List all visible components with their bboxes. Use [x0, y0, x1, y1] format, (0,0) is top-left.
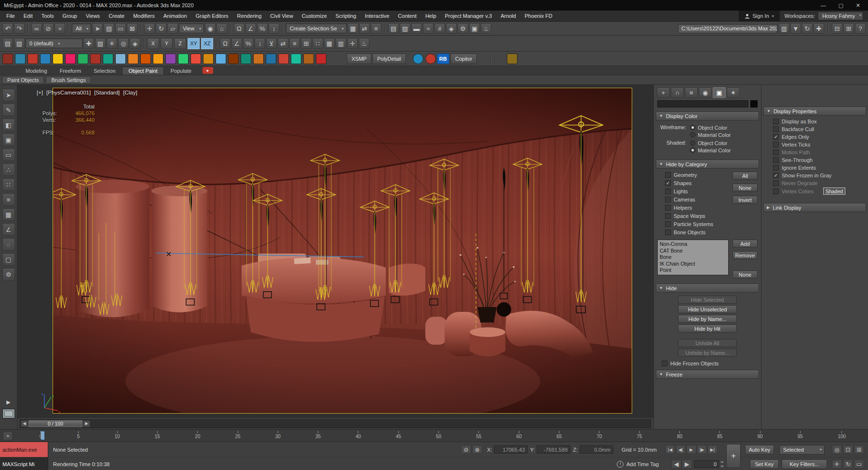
spinner-snap-2-icon[interactable]: ↕	[255, 38, 265, 49]
time-slider-handle[interactable]: 0 / 100	[28, 420, 82, 427]
select-object-icon[interactable]: ➤	[92, 23, 103, 34]
plugin-icon[interactable]	[241, 54, 251, 64]
key-filters-button[interactable]: Key Filters...	[782, 459, 827, 469]
select-objects-in-layer-icon[interactable]: ✳	[107, 38, 117, 49]
plugin-icon[interactable]	[103, 54, 113, 64]
wireframe-color-radio[interactable]: Material Color	[690, 131, 731, 138]
hide-by-name-button[interactable]: Hide by Name...	[678, 315, 737, 323]
curve-editor-icon[interactable]: ≈	[423, 23, 434, 34]
menu-modifiers[interactable]: Modifiers	[129, 11, 159, 21]
plugin-icon[interactable]	[90, 54, 101, 64]
display-color-rollout-header[interactable]: ▼ Display Color	[656, 111, 759, 121]
isolate-selection-toggle-icon[interactable]: ◎	[832, 445, 842, 454]
select-and-rotate-icon[interactable]: ↻	[156, 23, 166, 34]
close-button[interactable]: ✕	[856, 2, 860, 9]
rb-plugin-badge[interactable]: RB	[437, 54, 449, 64]
orbit-view-icon[interactable]: ↻	[843, 459, 853, 469]
axis-x-button[interactable]: X	[147, 38, 159, 49]
plugin-icon[interactable]	[15, 54, 26, 64]
plugin-icon[interactable]	[40, 54, 51, 64]
reference-coordinate-dropdown[interactable]: View▾	[179, 24, 204, 33]
dock-toolbar-icon[interactable]: ⊟	[832, 23, 842, 34]
named-selection-set-dropdown[interactable]: Create Selection Se▾	[286, 24, 347, 33]
listbox-item[interactable]: Non-Corona	[660, 241, 726, 248]
axis-y-button[interactable]: Y	[161, 38, 173, 49]
plugin-icon[interactable]	[266, 54, 276, 64]
set-keys-button[interactable]: +	[726, 444, 741, 468]
selection-lock-toggle-icon[interactable]: ⊘	[461, 445, 471, 454]
plugin-icon[interactable]	[303, 54, 314, 64]
viewport-pov-menu[interactable]: [PhysCamera001]	[46, 90, 91, 95]
menu-edit[interactable]: Edit	[19, 11, 37, 21]
tool-column-expander[interactable]: ▶	[4, 398, 14, 406]
menu-group[interactable]: Group	[58, 11, 81, 21]
hide-category-checkbox[interactable]: Helpers	[665, 204, 729, 212]
path-refresh-icon[interactable]: ↻	[802, 23, 813, 34]
sign-in-button[interactable]: Sign In ▾	[739, 11, 780, 21]
rectangular-selection-region-icon[interactable]: ▭	[115, 23, 126, 34]
axis-z-button[interactable]: Z	[174, 38, 186, 49]
bind-to-space-warp-icon[interactable]: ≈	[54, 23, 65, 34]
select-tool-icon[interactable]: ➤	[2, 89, 15, 101]
select-and-link-icon[interactable]: ∞	[31, 23, 42, 34]
z-coordinate-field[interactable]: 0.0mm	[580, 445, 613, 454]
path-add-icon[interactable]: ✚	[814, 23, 824, 34]
angle-snap-2-icon[interactable]: ∠	[231, 38, 242, 49]
layer-properties-icon[interactable]: ◈	[130, 38, 140, 49]
xsmp-button[interactable]: XSMP	[347, 54, 371, 64]
hide-category-checkbox[interactable]: Space Warps	[665, 212, 729, 220]
minimize-button[interactable]: —	[820, 2, 826, 9]
object-color-swatch[interactable]	[750, 100, 758, 107]
plugin-icon[interactable]	[115, 54, 126, 64]
ribbon-tab-freeform[interactable]: Freeform	[54, 67, 88, 75]
red-plugin-icon[interactable]	[425, 54, 436, 64]
wireframe-color-radio[interactable]: Object Color	[690, 124, 731, 131]
ribbon-tab-selection[interactable]: Selection	[87, 67, 122, 75]
angle-snap-toggle-icon[interactable]: ∠	[245, 23, 256, 34]
paint-objects-tool-icon[interactable]: ▣	[2, 134, 15, 146]
plugin-icon[interactable]	[128, 54, 138, 64]
menu-animation[interactable]: Animation	[159, 11, 191, 21]
window-crossing-toggle-icon[interactable]: ⊠	[127, 23, 137, 34]
manage-layers-icon[interactable]: ▨	[14, 38, 25, 49]
hide-category-invert-button[interactable]: Invert	[732, 196, 758, 204]
polydetail-button[interactable]: PolyDetail	[372, 54, 406, 64]
plugin-icon[interactable]	[190, 54, 201, 64]
motion-tab[interactable]: ◉	[699, 87, 712, 98]
hide-category-checkbox[interactable]: Shapes	[665, 179, 729, 187]
hide-rollout-header[interactable]: ▼ Hide	[656, 283, 759, 293]
hide-category-checkbox[interactable]: Lights	[665, 188, 729, 195]
display-property-checkbox[interactable]: Display as Box	[773, 118, 865, 125]
create-new-layer-icon[interactable]: ✚	[83, 38, 94, 49]
x-coordinate-field[interactable]: 17065.43	[494, 445, 528, 454]
toggle-scene-explorer-icon[interactable]: ▤	[388, 23, 399, 34]
vertex-colors-shaded-button[interactable]: Shaded	[823, 188, 845, 195]
measure-tool-icon[interactable]: ∠	[2, 223, 15, 236]
axis-xy-button[interactable]: XY	[188, 38, 200, 49]
display-property-checkbox[interactable]: Show Frozen in Gray	[773, 172, 865, 179]
path-history-icon[interactable]: ▼	[790, 23, 801, 34]
snaps-toggle-2-icon[interactable]: Ω	[220, 38, 231, 49]
set-key-button[interactable]: Set Key	[750, 459, 779, 469]
paint-brush-tool-icon[interactable]: ✎	[2, 104, 15, 116]
schematic-view-icon[interactable]: #	[434, 23, 445, 34]
add-to-layer-icon[interactable]: ▧	[95, 38, 106, 49]
pan-view-icon[interactable]: ✛	[832, 459, 842, 469]
ribbon-tab-object-paint[interactable]: Object Paint	[122, 67, 164, 75]
active-layer-dropdown[interactable]: 0 (default)▾	[26, 39, 82, 48]
unhide-by-name-button[interactable]: Unhide by Name...	[678, 349, 737, 357]
percent-snap-2-icon[interactable]: %	[243, 38, 254, 49]
float-toolbar-icon[interactable]: ⊞	[843, 23, 854, 34]
grid-snap-icon[interactable]: ▦	[324, 38, 335, 49]
eraser-tool-icon[interactable]: ▭	[2, 148, 15, 161]
copitor-button[interactable]: Copitor	[450, 54, 477, 64]
spray-tool-icon[interactable]: ∴	[2, 163, 15, 176]
set-current-layer-icon[interactable]: ◎	[118, 38, 129, 49]
display-property-checkbox[interactable]: Backface Cull	[773, 125, 865, 133]
menu-phoenix-fd[interactable]: Phoenix FD	[520, 11, 556, 21]
category-add-button[interactable]: Add	[732, 240, 758, 248]
link-display-rollout-header[interactable]: ▶ Link Display	[763, 203, 866, 212]
display-tab[interactable]: ▣	[713, 87, 726, 98]
add-time-tag[interactable]: Add Time Tag	[617, 461, 659, 468]
percent-snap-toggle-icon[interactable]: %	[257, 23, 268, 34]
